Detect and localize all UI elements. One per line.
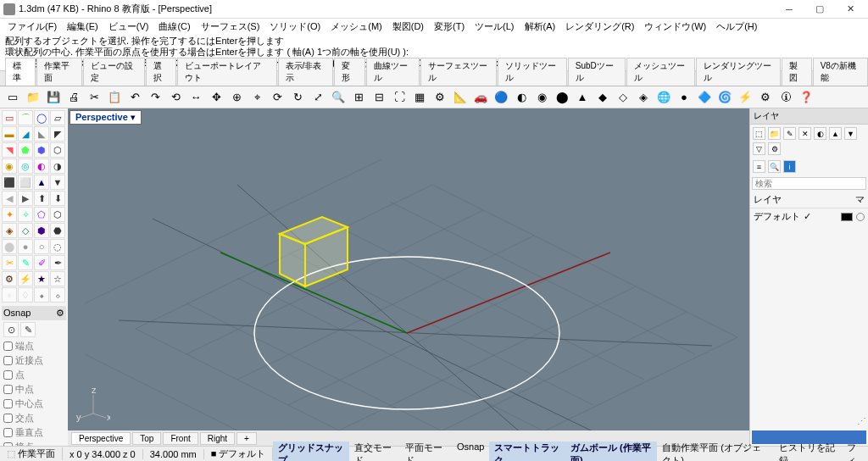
ribbon-tab[interactable]: 曲線ツール xyxy=(366,58,420,86)
tool-button[interactable]: ◥ xyxy=(2,142,17,158)
tool-button[interactable]: ◯ xyxy=(34,110,49,125)
toolbar-button[interactable]: ⬤ xyxy=(553,88,571,107)
toolbar-button[interactable]: ▦ xyxy=(410,88,429,107)
toolbar-button[interactable]: 🖨 xyxy=(64,88,83,107)
tool-button[interactable]: ⬛ xyxy=(2,175,17,190)
ribbon-tab[interactable]: 製図 xyxy=(782,58,812,86)
panel-icon[interactable]: ▲ xyxy=(829,127,842,140)
ribbon-tab[interactable]: ソリッドツール xyxy=(498,58,566,86)
tool-button[interactable]: ⬤ xyxy=(2,239,17,254)
tool-button[interactable]: ⬡ xyxy=(50,207,65,222)
resize-grip-icon[interactable]: ⋰ xyxy=(750,414,868,429)
tool-button[interactable]: ⬇ xyxy=(50,191,65,206)
osnap-checkbox[interactable] xyxy=(3,385,13,394)
panel-icon[interactable]: ✎ xyxy=(783,127,796,140)
tool-button[interactable]: ◢ xyxy=(18,126,33,142)
tool-button[interactable]: ▶ xyxy=(18,191,33,206)
ribbon-tab[interactable]: 表示/非表示 xyxy=(278,58,334,86)
toolbar-button[interactable]: ⌖ xyxy=(248,88,266,107)
tool-button[interactable]: ○ xyxy=(34,239,49,254)
viewport[interactable]: Perspective ▾ x y z PerspectiveTopFrontR… xyxy=(68,108,749,446)
menu-item[interactable]: 製図(D) xyxy=(388,19,428,35)
tool-button[interactable]: ◤ xyxy=(50,126,65,142)
toolbar-button[interactable]: ⚙ xyxy=(756,88,775,107)
menu-item[interactable]: ヘルプ(H) xyxy=(712,19,761,35)
tool-button[interactable]: ◌ xyxy=(50,239,65,254)
tool-button[interactable]: ⌒ xyxy=(18,110,33,125)
menu-item[interactable]: 変形(T) xyxy=(430,19,469,35)
toolbar-button[interactable]: ◐ xyxy=(512,88,531,107)
tool-button[interactable]: ⬦ xyxy=(50,287,65,303)
status-toggle[interactable]: スマートトラック xyxy=(489,442,565,462)
ribbon-tab[interactable]: 標準 xyxy=(5,58,36,86)
osnap-checkbox[interactable] xyxy=(3,342,13,351)
toolbar-button[interactable]: ● xyxy=(675,88,693,107)
status-toggle[interactable]: フィ xyxy=(842,442,868,462)
toolbar-button[interactable]: ⊕ xyxy=(227,88,246,107)
toolbar-button[interactable]: ⟳ xyxy=(268,88,287,107)
menu-item[interactable]: ツール(L) xyxy=(470,19,518,35)
viewport-tab[interactable]: Front xyxy=(163,432,198,445)
toolbar-button[interactable]: 🌀 xyxy=(715,88,734,107)
tool-button[interactable]: ★ xyxy=(34,271,49,286)
menu-item[interactable]: レンダリング(R) xyxy=(561,19,638,35)
toolbar-button[interactable]: ◈ xyxy=(634,88,653,107)
status-toggle[interactable]: Osnap xyxy=(452,442,489,462)
panel-icon[interactable]: ▽ xyxy=(753,142,765,155)
toolbar-button[interactable]: ✥ xyxy=(207,88,225,107)
menu-item[interactable]: 解析(A) xyxy=(520,19,560,35)
tool-button[interactable]: ◎ xyxy=(18,158,33,174)
toolbar-button[interactable]: ▲ xyxy=(573,88,592,107)
add-viewport-button[interactable]: + xyxy=(236,432,257,445)
osnap-icon[interactable]: ⊙ xyxy=(3,322,19,337)
list-icon[interactable]: ≡ xyxy=(753,160,765,173)
menu-item[interactable]: メッシュ(M) xyxy=(326,19,387,35)
tool-button[interactable]: ◇ xyxy=(18,223,33,238)
toolbar-button[interactable]: ⚡ xyxy=(736,88,754,107)
toolbar-button[interactable]: ↻ xyxy=(288,88,307,107)
tool-button[interactable]: ⚙ xyxy=(2,271,17,286)
menu-item[interactable]: ウィンドウ(W) xyxy=(640,19,710,35)
status-toggle[interactable]: 平面モード xyxy=(400,442,451,462)
panel-icon[interactable]: ◐ xyxy=(814,127,826,140)
toolbar-button[interactable]: 📐 xyxy=(451,88,470,107)
toolbar-button[interactable]: ↶ xyxy=(125,88,144,107)
menu-item[interactable]: 編集(E) xyxy=(63,19,103,35)
menu-item[interactable]: サーフェス(S) xyxy=(197,19,264,35)
status-toggle[interactable]: グリッドスナップ xyxy=(273,442,349,462)
tool-button[interactable]: ⬜ xyxy=(18,175,33,190)
ribbon-tab[interactable]: ビューの設定 xyxy=(83,58,144,86)
menu-item[interactable]: ファイル(F) xyxy=(3,19,61,35)
panel-icon[interactable]: ⚙ xyxy=(768,142,781,155)
toolbar-button[interactable]: 🛈 xyxy=(776,88,795,107)
toolbar-button[interactable]: ◉ xyxy=(532,88,551,107)
tool-button[interactable]: ▭ xyxy=(2,110,17,125)
toolbar-button[interactable]: ◆ xyxy=(593,88,612,107)
ribbon-tab[interactable]: 作業平面 xyxy=(36,58,82,86)
osnap-checkbox[interactable] xyxy=(3,414,13,423)
layer-search-input[interactable] xyxy=(752,177,866,190)
status-layer[interactable]: ■ デフォルト xyxy=(204,447,274,460)
tool-button[interactable]: ◣ xyxy=(34,126,49,142)
tool-button[interactable]: ⬟ xyxy=(18,142,33,158)
osnap-gear-icon[interactable]: ⚙ xyxy=(56,308,64,319)
ribbon-tab[interactable]: ビューポートレイアウト xyxy=(177,58,277,86)
viewport-label[interactable]: Perspective ▾ xyxy=(70,110,142,125)
maximize-button[interactable]: ▢ xyxy=(805,1,834,18)
toolbar-button[interactable]: ↷ xyxy=(146,88,164,107)
menu-item[interactable]: 曲線(C) xyxy=(154,19,194,35)
ribbon-tab[interactable]: メッシュツール xyxy=(626,58,695,86)
status-toggle[interactable]: 直交モード xyxy=(349,442,400,462)
tool-button[interactable]: ◑ xyxy=(50,158,65,174)
tool-button[interactable]: ◈ xyxy=(2,223,17,238)
info-icon[interactable]: i xyxy=(783,160,796,173)
tool-button[interactable]: ✐ xyxy=(34,255,49,270)
minimize-button[interactable]: ─ xyxy=(775,1,804,18)
toolbar-button[interactable]: 🌐 xyxy=(654,88,673,107)
osnap-checkbox[interactable] xyxy=(3,370,13,380)
menu-item[interactable]: ソリッド(O) xyxy=(265,19,325,35)
ribbon-tab[interactable]: V8の新機能 xyxy=(813,58,868,86)
tool-button[interactable]: ▬ xyxy=(2,126,17,142)
toolbar-button[interactable]: 📋 xyxy=(105,88,124,107)
toolbar-button[interactable]: 🔵 xyxy=(492,88,510,107)
